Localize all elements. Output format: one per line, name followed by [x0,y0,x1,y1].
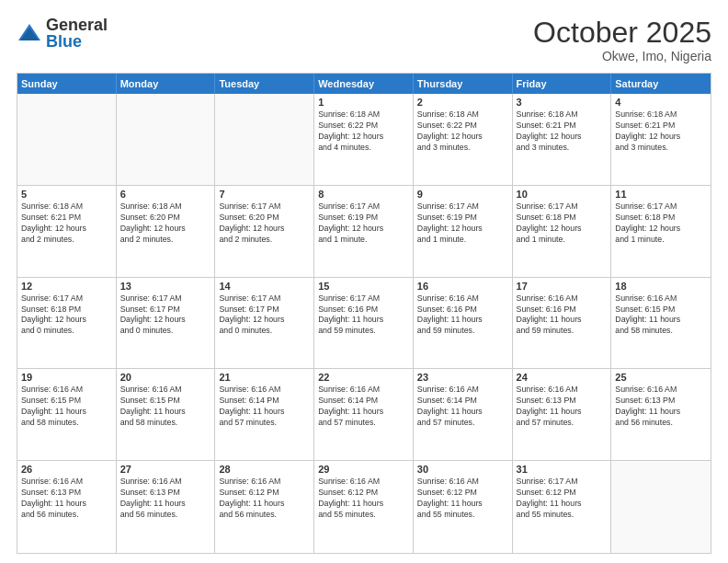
day-number: 7 [219,189,310,200]
calendar-cell: 26Sunrise: 6:16 AM Sunset: 6:13 PM Dayli… [17,461,117,553]
calendar-header: SundayMondayTuesdayWednesdayThursdayFrid… [17,74,711,94]
day-info: Sunrise: 6:16 AM Sunset: 6:12 PM Dayligh… [219,477,310,521]
calendar-cell: 16Sunrise: 6:16 AM Sunset: 6:16 PM Dayli… [414,278,513,369]
day-number: 20 [120,372,211,383]
day-number: 3 [517,97,608,108]
calendar-week: 19Sunrise: 6:16 AM Sunset: 6:15 PM Dayli… [17,369,711,461]
calendar-cell: 10Sunrise: 6:17 AM Sunset: 6:18 PM Dayli… [513,186,612,277]
day-number: 21 [219,372,310,383]
day-number: 5 [21,189,112,200]
day-info: Sunrise: 6:16 AM Sunset: 6:15 PM Dayligh… [615,293,707,338]
calendar-cell: 28Sunrise: 6:16 AM Sunset: 6:12 PM Dayli… [215,461,314,553]
day-info: Sunrise: 6:16 AM Sunset: 6:16 PM Dayligh… [417,293,508,338]
calendar-cell [17,94,117,185]
calendar-cell: 30Sunrise: 6:16 AM Sunset: 6:12 PM Dayli… [414,461,513,553]
calendar-cell: 17Sunrise: 6:16 AM Sunset: 6:16 PM Dayli… [513,278,612,369]
calendar-header-cell: Saturday [611,74,711,94]
day-info: Sunrise: 6:18 AM Sunset: 6:21 PM Dayligh… [21,201,112,246]
day-number: 18 [615,281,707,292]
day-info: Sunrise: 6:18 AM Sunset: 6:21 PM Dayligh… [615,109,707,154]
day-number: 28 [219,464,310,475]
title-block: October 2025 Okwe, Imo, Nigeria [533,17,711,63]
day-info: Sunrise: 6:17 AM Sunset: 6:17 PM Dayligh… [120,293,211,338]
calendar-cell: 27Sunrise: 6:16 AM Sunset: 6:13 PM Dayli… [117,461,216,553]
day-info: Sunrise: 6:18 AM Sunset: 6:21 PM Dayligh… [517,109,608,154]
day-number: 31 [517,464,608,475]
day-info: Sunrise: 6:18 AM Sunset: 6:20 PM Dayligh… [120,201,211,246]
calendar-cell: 7Sunrise: 6:17 AM Sunset: 6:20 PM Daylig… [215,186,314,277]
calendar-cell: 11Sunrise: 6:17 AM Sunset: 6:18 PM Dayli… [611,186,711,277]
day-info: Sunrise: 6:16 AM Sunset: 6:16 PM Dayligh… [517,293,608,338]
calendar-cell: 1Sunrise: 6:18 AM Sunset: 6:22 PM Daylig… [314,94,414,185]
day-number: 29 [318,464,409,475]
logo: General Blue [17,17,108,50]
day-number: 8 [318,189,409,200]
day-number: 13 [120,281,211,292]
day-number: 15 [318,281,409,292]
logo-icon [17,20,42,46]
day-number: 24 [517,372,608,383]
day-info: Sunrise: 6:17 AM Sunset: 6:20 PM Dayligh… [219,201,310,246]
calendar-cell [611,461,711,553]
calendar-cell: 6Sunrise: 6:18 AM Sunset: 6:20 PM Daylig… [117,186,216,277]
day-number: 10 [517,189,608,200]
day-number: 12 [21,281,112,292]
calendar-header-cell: Tuesday [215,74,314,94]
day-number: 6 [120,189,211,200]
day-info: Sunrise: 6:17 AM Sunset: 6:18 PM Dayligh… [615,201,707,246]
day-info: Sunrise: 6:17 AM Sunset: 6:19 PM Dayligh… [417,201,508,246]
day-info: Sunrise: 6:16 AM Sunset: 6:14 PM Dayligh… [417,385,508,429]
day-info: Sunrise: 6:16 AM Sunset: 6:15 PM Dayligh… [120,385,211,429]
logo-general: General [46,17,108,33]
calendar-week: 5Sunrise: 6:18 AM Sunset: 6:21 PM Daylig… [17,186,711,278]
logo-text: General Blue [46,17,108,50]
day-number: 9 [417,189,508,200]
day-number: 25 [615,372,707,383]
day-info: Sunrise: 6:16 AM Sunset: 6:14 PM Dayligh… [219,385,310,429]
location: Okwe, Imo, Nigeria [533,49,711,63]
calendar-cell: 2Sunrise: 6:18 AM Sunset: 6:22 PM Daylig… [414,94,513,185]
calendar-body: 1Sunrise: 6:18 AM Sunset: 6:22 PM Daylig… [17,94,711,553]
calendar-cell: 3Sunrise: 6:18 AM Sunset: 6:21 PM Daylig… [513,94,612,185]
calendar-cell: 9Sunrise: 6:17 AM Sunset: 6:19 PM Daylig… [414,186,513,277]
day-number: 17 [517,281,608,292]
day-info: Sunrise: 6:16 AM Sunset: 6:14 PM Dayligh… [318,385,409,429]
day-info: Sunrise: 6:16 AM Sunset: 6:12 PM Dayligh… [318,477,409,521]
day-number: 19 [21,372,112,383]
calendar-cell: 23Sunrise: 6:16 AM Sunset: 6:14 PM Dayli… [414,369,513,460]
day-number: 22 [318,372,409,383]
calendar-cell: 25Sunrise: 6:16 AM Sunset: 6:13 PM Dayli… [611,369,711,460]
day-info: Sunrise: 6:16 AM Sunset: 6:15 PM Dayligh… [21,385,112,429]
day-info: Sunrise: 6:17 AM Sunset: 6:16 PM Dayligh… [318,293,409,338]
day-info: Sunrise: 6:16 AM Sunset: 6:13 PM Dayligh… [517,385,608,429]
calendar-cell: 21Sunrise: 6:16 AM Sunset: 6:14 PM Dayli… [215,369,314,460]
calendar-cell: 18Sunrise: 6:16 AM Sunset: 6:15 PM Dayli… [611,278,711,369]
day-number: 16 [417,281,508,292]
calendar: SundayMondayTuesdayWednesdayThursdayFrid… [17,73,711,554]
calendar-cell: 29Sunrise: 6:16 AM Sunset: 6:12 PM Dayli… [314,461,414,553]
calendar-cell: 12Sunrise: 6:17 AM Sunset: 6:18 PM Dayli… [17,278,117,369]
calendar-cell: 19Sunrise: 6:16 AM Sunset: 6:15 PM Dayli… [17,369,117,460]
day-info: Sunrise: 6:16 AM Sunset: 6:13 PM Dayligh… [120,477,211,521]
calendar-cell [215,94,314,185]
calendar-cell: 15Sunrise: 6:17 AM Sunset: 6:16 PM Dayli… [314,278,414,369]
day-info: Sunrise: 6:17 AM Sunset: 6:12 PM Dayligh… [517,477,608,521]
calendar-header-cell: Monday [117,74,216,94]
calendar-week: 1Sunrise: 6:18 AM Sunset: 6:22 PM Daylig… [17,94,711,186]
calendar-cell: 22Sunrise: 6:16 AM Sunset: 6:14 PM Dayli… [314,369,414,460]
logo-blue: Blue [46,33,108,50]
day-info: Sunrise: 6:17 AM Sunset: 6:18 PM Dayligh… [21,293,112,338]
day-number: 4 [615,97,707,108]
calendar-cell: 5Sunrise: 6:18 AM Sunset: 6:21 PM Daylig… [17,186,117,277]
day-number: 27 [120,464,211,475]
calendar-header-cell: Wednesday [314,74,414,94]
calendar-cell [117,94,216,185]
day-number: 11 [615,189,707,200]
calendar-cell: 8Sunrise: 6:17 AM Sunset: 6:19 PM Daylig… [314,186,414,277]
day-info: Sunrise: 6:18 AM Sunset: 6:22 PM Dayligh… [417,109,508,154]
day-info: Sunrise: 6:18 AM Sunset: 6:22 PM Dayligh… [318,109,409,154]
page: General Blue October 2025 Okwe, Imo, Nig… [0,0,728,563]
calendar-cell: 24Sunrise: 6:16 AM Sunset: 6:13 PM Dayli… [513,369,612,460]
month-title: October 2025 [533,17,711,49]
day-info: Sunrise: 6:16 AM Sunset: 6:13 PM Dayligh… [615,385,707,429]
